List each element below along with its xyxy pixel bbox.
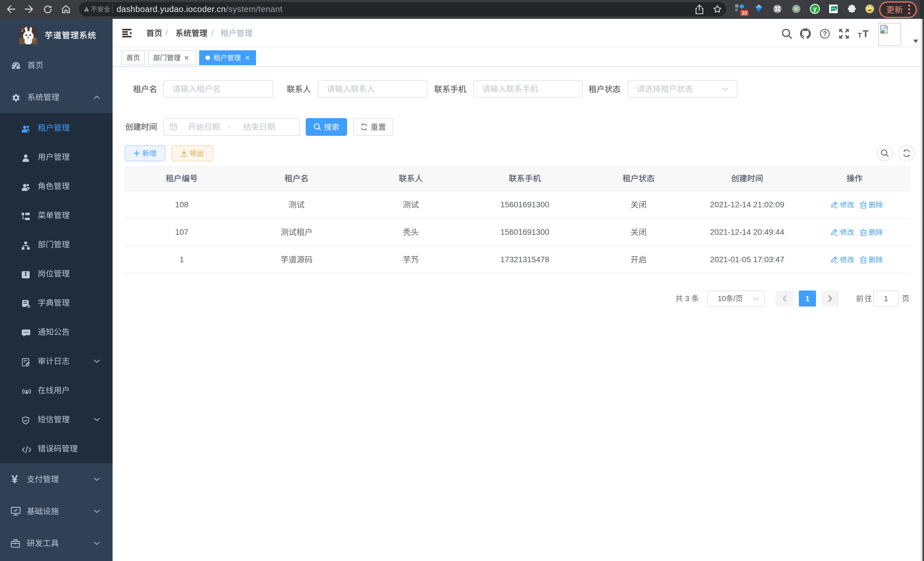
svg-text:y: y (813, 5, 817, 13)
